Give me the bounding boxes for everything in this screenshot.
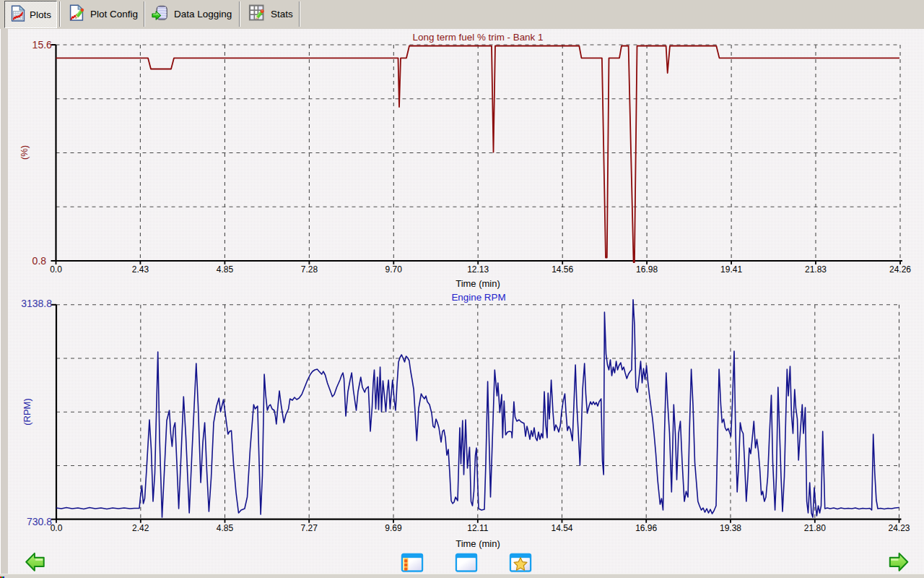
svg-text:2.42: 2.42 (132, 523, 149, 533)
svg-text:21.83: 21.83 (805, 264, 827, 275)
svg-text:0.0: 0.0 (50, 264, 62, 275)
svg-text:3138.8: 3138.8 (21, 298, 52, 309)
svg-text:(%): (%) (19, 145, 30, 160)
svg-text:Time (min): Time (min) (456, 278, 500, 289)
svg-text:2.43: 2.43 (132, 264, 149, 275)
svg-text:14.56: 14.56 (552, 264, 573, 275)
svg-text:0.8: 0.8 (32, 255, 47, 267)
svg-text:730.8: 730.8 (27, 516, 52, 527)
svg-text:24.23: 24.23 (888, 523, 910, 533)
svg-text:Long term fuel % trim - Bank 1: Long term fuel % trim - Bank 1 (413, 32, 544, 43)
svg-text:12.13: 12.13 (467, 264, 489, 275)
svg-text:0.0: 0.0 (51, 523, 63, 533)
svg-text:Time (min): Time (min) (456, 538, 500, 549)
svg-text:24.26: 24.26 (889, 264, 911, 275)
svg-text:16.98: 16.98 (636, 264, 658, 275)
svg-text:14.54: 14.54 (551, 523, 572, 533)
svg-text:7.27: 7.27 (301, 523, 318, 533)
svg-text:16.96: 16.96 (635, 523, 657, 533)
svg-text:21.80: 21.80 (804, 523, 826, 533)
svg-text:9.69: 9.69 (385, 523, 402, 533)
svg-text:Engine RPM: Engine RPM (451, 292, 505, 303)
svg-text:12.11: 12.11 (467, 523, 488, 533)
svg-text:(RPM): (RPM) (22, 398, 32, 426)
svg-text:9.70: 9.70 (385, 264, 403, 275)
svg-text:19.41: 19.41 (720, 264, 742, 275)
svg-text:19.38: 19.38 (720, 523, 741, 533)
svg-text:4.85: 4.85 (217, 264, 234, 275)
svg-text:4.85: 4.85 (217, 523, 234, 533)
svg-text:15.6: 15.6 (32, 39, 52, 51)
svg-text:7.28: 7.28 (301, 264, 318, 275)
